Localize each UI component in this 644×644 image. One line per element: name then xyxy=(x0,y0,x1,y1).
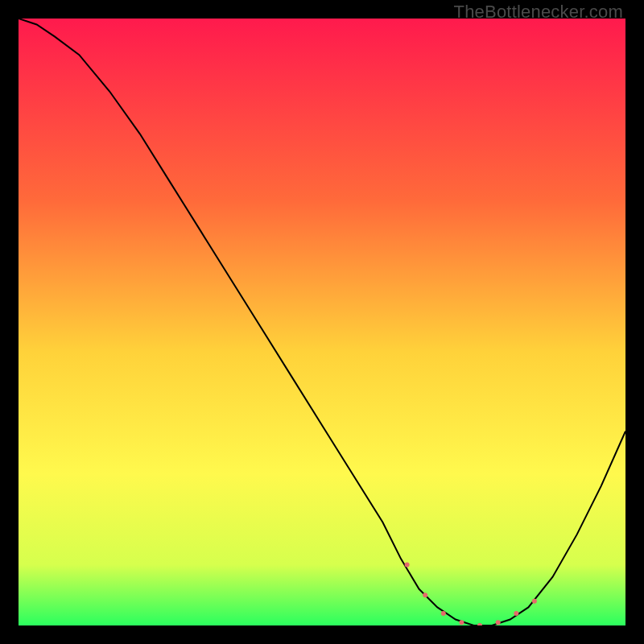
optimal-marker xyxy=(441,611,446,616)
optimal-marker xyxy=(423,592,427,597)
chart-frame xyxy=(19,19,625,625)
optimal-marker xyxy=(459,620,464,625)
optimal-marker xyxy=(514,611,518,616)
gradient-background xyxy=(19,19,625,625)
optimal-marker xyxy=(496,620,501,625)
watermark-text: TheBottlenecker.com xyxy=(454,2,623,23)
chart-svg xyxy=(19,19,625,625)
optimal-marker xyxy=(532,599,537,604)
optimal-marker xyxy=(405,563,410,568)
